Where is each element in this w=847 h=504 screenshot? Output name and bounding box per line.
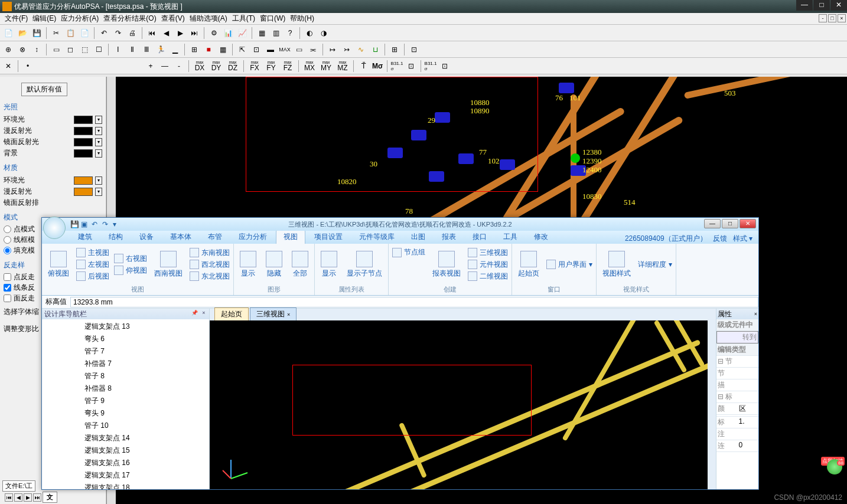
nav-tree[interactable]: 逻辑支架点 13弯头 6管子 7补偿器 7管子 8补偿器 8管子 9弯头 9管子… [42, 319, 209, 489]
report-view-button[interactable]: 报表视图 [429, 250, 464, 280]
ambient-swatch[interactable] [74, 116, 93, 124]
close-panel-icon[interactable]: × [754, 311, 757, 317]
qat-save-icon[interactable]: 💾 [70, 220, 79, 228]
tree-item[interactable]: 逻辑支架点 17 [43, 469, 208, 482]
cut-icon[interactable]: ✂ [50, 27, 62, 39]
dropdown-icon[interactable]: ▾ [95, 176, 102, 185]
mat-diffuse-swatch[interactable] [74, 188, 93, 196]
qat-icon[interactable]: ▣ [81, 220, 89, 228]
back-view-button[interactable]: 后视图 [75, 271, 110, 282]
view-tab-3d[interactable]: 三维视图× [250, 307, 297, 320]
prop-row[interactable]: 连0 [716, 440, 758, 452]
plus-icon[interactable]: + [145, 60, 157, 72]
fg-close-button[interactable]: ✕ [740, 219, 756, 228]
se-view-button[interactable]: 东南视图 [188, 247, 231, 258]
max-mz[interactable]: maxMZ [335, 60, 350, 71]
bottom-view-button[interactable]: 仰视图 [113, 265, 148, 276]
tool-icon[interactable]: ☐ [93, 44, 105, 55]
new-icon[interactable]: 📄 [2, 27, 14, 39]
tool-icon[interactable]: Ⅲ [141, 44, 152, 55]
person-icon[interactable]: 🏃 [155, 44, 167, 55]
tool-icon[interactable]: ⊡ [439, 60, 451, 72]
dropdown-icon[interactable]: ▾ [95, 149, 102, 158]
tool-icon[interactable]: Ⅱ [126, 44, 138, 55]
tree-item[interactable]: 逻辑支架点 16 [43, 457, 208, 469]
nav-next-icon[interactable]: ▶ [174, 27, 186, 39]
menu-tools[interactable]: 工具(T) [232, 14, 255, 24]
default-all-button[interactable]: 默认所有值 [21, 83, 67, 96]
nav-last-icon[interactable]: ⏭ [188, 27, 200, 39]
close-panel-icon[interactable]: × [200, 310, 208, 318]
tree-item[interactable]: 逻辑支架点 13 [43, 320, 208, 333]
tool-icon[interactable]: ◑ [318, 27, 330, 39]
tree-item[interactable]: 补偿器 7 [43, 358, 208, 370]
sw-view-button[interactable]: 西南视图 [151, 250, 186, 280]
tool-icon[interactable]: ▥ [270, 27, 282, 39]
tab-interface[interactable]: 接口 [465, 230, 494, 244]
bg-close-button[interactable]: ✕ [830, 0, 847, 11]
specular-swatch[interactable] [74, 138, 93, 146]
tool-icon[interactable]: ⇱ [236, 44, 248, 55]
ui-button[interactable]: 用户界面▾ [545, 259, 594, 270]
view-style-button[interactable]: 视图样式 [599, 250, 634, 280]
max-fz[interactable]: maxFZ [281, 60, 295, 71]
top-view-button[interactable]: 俯视图 [44, 250, 73, 280]
mode-fill-radio[interactable] [4, 247, 11, 254]
tool-icon[interactable]: ▦ [256, 27, 268, 39]
style-dd[interactable]: 样式 ▾ [733, 234, 752, 244]
tool-icon[interactable]: ▭ [293, 44, 305, 55]
menu-view[interactable]: 查看(V) [161, 14, 185, 24]
tool-icon[interactable]: Mσ [372, 60, 383, 72]
tree-item[interactable]: 弯头 9 [43, 407, 208, 420]
qat-undo-icon[interactable]: ↶ [92, 220, 100, 228]
tree-item[interactable]: 补偿器 8 [43, 382, 208, 395]
save-icon[interactable]: 💾 [31, 27, 43, 39]
tool-icon[interactable]: ◻ [64, 44, 76, 55]
prop-row[interactable]: 描 [716, 379, 758, 391]
tab-struct[interactable]: 结构 [101, 230, 131, 244]
bg-swatch[interactable] [74, 149, 93, 158]
max-mx[interactable]: maxMX [302, 60, 317, 71]
tool-icon[interactable]: Ⅰ [112, 44, 124, 55]
tree-item[interactable]: 逻辑支架点 14 [43, 432, 208, 444]
hide-button[interactable]: 隐藏 [262, 250, 286, 280]
speedup-widget[interactable]: 点我加速 88 [819, 457, 845, 474]
node-group-button[interactable]: 节点组 [391, 247, 426, 258]
menu-help[interactable]: 帮助(H) [290, 14, 314, 24]
tool-icon[interactable]: ↦ [327, 44, 338, 55]
menu-analysis[interactable]: 应力分析(A) [61, 14, 99, 24]
tool-icon[interactable]: ⫘ [307, 44, 319, 55]
max-my[interactable]: maxMY [319, 60, 333, 71]
tool-icon[interactable]: ⊡ [405, 60, 417, 72]
tool-icon[interactable]: 📊 [222, 27, 234, 39]
dropdown-icon[interactable]: ▾ [95, 138, 102, 146]
tab-draw[interactable]: 出图 [403, 230, 433, 244]
right-view-button[interactable]: 右视图 [113, 253, 148, 264]
tool-icon[interactable]: ⊡ [250, 44, 262, 55]
tab-report[interactable]: 报表 [434, 230, 464, 244]
menu-results[interactable]: 查看分析结果(O) [103, 14, 156, 24]
tool-icon[interactable]: ⬚ [79, 44, 90, 55]
undo-icon[interactable]: ↶ [98, 27, 110, 39]
sheet-tab[interactable]: 文 [43, 492, 57, 503]
tree-item[interactable]: 管子 7 [43, 345, 208, 358]
max-dz[interactable]: maxDZ [226, 60, 240, 71]
tool-icon[interactable]: ↣ [341, 44, 353, 55]
main-view-button[interactable]: 主视图 [75, 247, 110, 258]
print-icon[interactable]: 🖨 [126, 27, 138, 39]
tab-equip[interactable]: 设备 [132, 230, 161, 244]
paste-icon[interactable]: 📄 [79, 27, 90, 39]
list-show-button[interactable]: 显示 [317, 250, 341, 280]
feedback-link[interactable]: 反馈 [713, 234, 727, 244]
anti-line-cb[interactable] [4, 284, 11, 292]
anti-face-cb[interactable] [4, 294, 11, 302]
3d-view-button[interactable]: 三维视图 [467, 247, 509, 258]
tab-first-icon[interactable]: ⏮ [5, 493, 13, 502]
tool-icon[interactable]: ⊔ [369, 44, 381, 55]
prop-row[interactable]: 注 [716, 428, 758, 440]
max-fy[interactable]: maxFY [264, 60, 278, 71]
copy-icon[interactable]: 📋 [64, 27, 76, 39]
prop-row[interactable]: ⊟ 标 [716, 391, 758, 403]
tab-next-icon[interactable]: ▶ [24, 493, 32, 502]
prop-row[interactable]: 标1. [716, 417, 758, 428]
